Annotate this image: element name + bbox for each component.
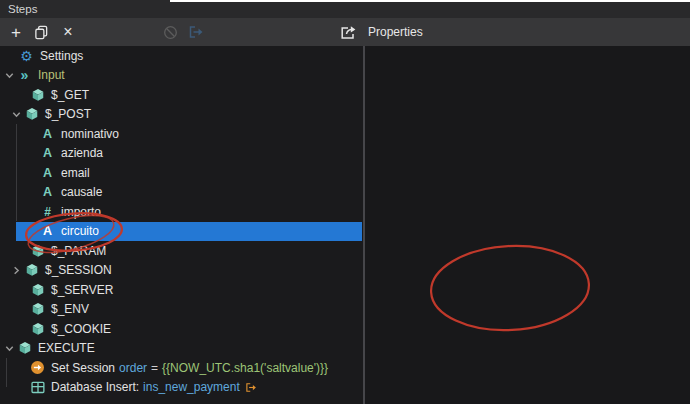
- set-session-icon: [30, 361, 45, 374]
- tree-item-label: email: [61, 166, 90, 180]
- tree-item-label: causale: [61, 185, 102, 199]
- chevron-right-icon[interactable]: [11, 265, 24, 276]
- tree-item-post[interactable]: $_POST: [0, 105, 362, 125]
- tree-item-importo[interactable]: # importo: [0, 202, 362, 222]
- tree-item-execute[interactable]: EXECUTE: [0, 339, 362, 359]
- number-type-icon: #: [40, 205, 55, 219]
- tree-item-set-session[interactable]: Set Session order = {{NOW_UTC.sha1('salt…: [0, 358, 362, 378]
- step-label: Database Insert:: [51, 380, 139, 394]
- tree-item-label: azienda: [61, 146, 103, 160]
- properties-panel-title: Properties: [368, 18, 423, 46]
- top-edge-highlight: [170, 0, 690, 2]
- cube-icon: [24, 107, 39, 121]
- tree-item-circuito-selected[interactable]: A circuito: [16, 222, 362, 242]
- tree-item-label: $_POST: [45, 107, 91, 121]
- tree-item-get[interactable]: $_GET: [0, 85, 362, 105]
- tree-item-label: importo: [61, 205, 101, 219]
- export-icon: [188, 25, 204, 39]
- text-type-icon: A: [40, 166, 55, 180]
- steps-panel-titlebar: Steps: [0, 0, 690, 18]
- tree-item-label: $_SESSION: [45, 263, 112, 277]
- chevron-down-icon[interactable]: [4, 70, 17, 81]
- tree-item-session[interactable]: $_SESSION: [0, 261, 362, 281]
- database-table-icon: [30, 381, 45, 394]
- tree-item-label: $_PARAM: [51, 244, 106, 258]
- input-section-icon: »: [17, 68, 32, 82]
- session-expression: {{NOW_UTC.sha1('saltvalue')}}: [162, 361, 328, 375]
- tree-item-causale[interactable]: A causale: [0, 183, 362, 203]
- duplicate-step-button[interactable]: [31, 18, 51, 46]
- tree-item-server[interactable]: $_SERVER: [0, 280, 362, 300]
- tree-item-label: Input: [38, 68, 65, 82]
- tree-item-label: circuito: [61, 224, 99, 238]
- share-properties-button[interactable]: [337, 18, 359, 46]
- text-type-icon: A: [40, 127, 55, 141]
- equals-sign: =: [151, 361, 158, 375]
- cube-icon: [30, 302, 45, 316]
- text-type-icon: A: [40, 224, 55, 238]
- app-window: Steps + × Properties ⚙ Settings » Input …: [0, 0, 690, 404]
- step-label: Set Session: [51, 361, 115, 375]
- cube-icon: [30, 283, 45, 297]
- tree-item-input[interactable]: » Input: [0, 66, 362, 86]
- insert-action-name: ins_new_payment: [143, 380, 240, 394]
- tree-item-email[interactable]: A email: [0, 163, 362, 183]
- toolbar: + × Properties: [0, 18, 690, 46]
- chevron-down-icon[interactable]: [4, 343, 17, 354]
- add-step-button[interactable]: +: [6, 18, 26, 46]
- chevron-down-icon[interactable]: [11, 109, 24, 120]
- delete-step-button[interactable]: ×: [58, 18, 78, 46]
- tree-item-label: Settings: [40, 49, 83, 63]
- tree-item-cookie[interactable]: $_COOKIE: [0, 319, 362, 339]
- tree-item-nominativo[interactable]: A nominativo: [0, 124, 362, 144]
- tree-item-param[interactable]: $_PARAM: [0, 241, 362, 261]
- tree-item-label: $_COOKIE: [51, 322, 111, 336]
- steps-panel-title: Steps: [8, 3, 37, 15]
- share-icon: [340, 25, 357, 40]
- output-icon: [245, 382, 257, 393]
- steps-tree: ⚙ Settings » Input $_GET $_POST A nomina…: [0, 46, 363, 404]
- tree-item-azienda[interactable]: A azienda: [0, 144, 362, 164]
- text-type-icon: A: [40, 185, 55, 199]
- cube-icon: [24, 263, 39, 277]
- tree-item-database-insert[interactable]: Database Insert: ins_new_payment: [0, 378, 362, 398]
- tree-item-label: $_GET: [51, 88, 89, 102]
- text-type-icon: A: [40, 146, 55, 160]
- tree-item-label: nominativo: [61, 127, 119, 141]
- panel-splitter[interactable]: [363, 46, 365, 404]
- cube-icon: [30, 244, 45, 258]
- cube-icon: [30, 322, 45, 336]
- block-icon: [163, 25, 178, 40]
- export-step-button[interactable]: [186, 18, 206, 46]
- tree-item-label: $_ENV: [51, 302, 89, 316]
- tree-item-settings[interactable]: ⚙ Settings: [0, 46, 362, 66]
- duplicate-icon: [34, 25, 49, 40]
- disable-step-button[interactable]: [160, 18, 180, 46]
- tree-item-label: $_SERVER: [51, 283, 113, 297]
- tree-item-label: EXECUTE: [38, 341, 95, 355]
- properties-panel: FIELD PROPERTIES Type A Text Linked Fiel…: [365, 46, 690, 404]
- cube-icon: [17, 341, 32, 355]
- tree-item-env[interactable]: $_ENV: [0, 300, 362, 320]
- cube-icon: [30, 88, 45, 102]
- session-variable: order: [119, 361, 147, 375]
- gear-icon: ⚙: [19, 49, 34, 63]
